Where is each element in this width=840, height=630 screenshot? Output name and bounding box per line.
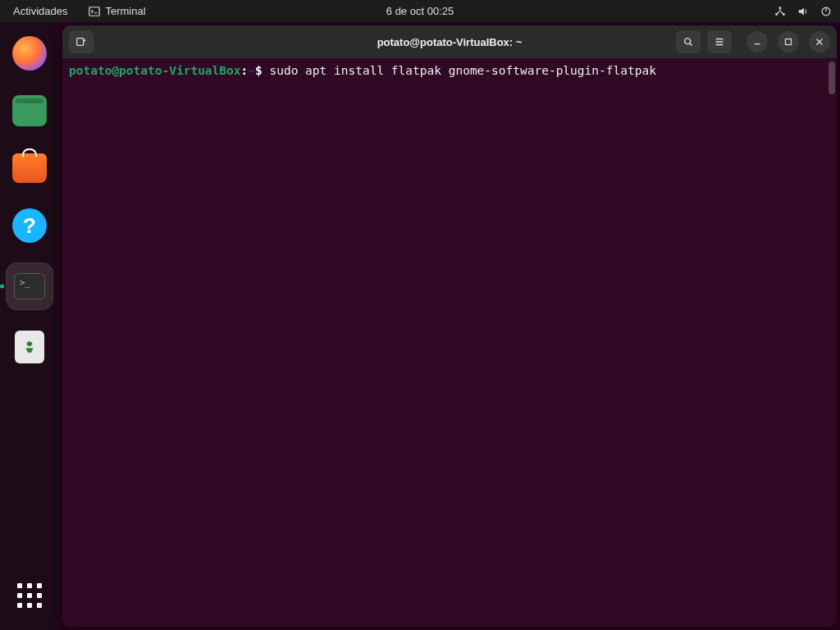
prompt-user: potato@potato-VirtualBox [69, 64, 241, 77]
prompt-sep: : [241, 64, 249, 77]
titlebar[interactable]: potato@potato-VirtualBox: ~ [62, 25, 837, 58]
command-text: sudo apt install flatpak gnome-software-… [269, 64, 655, 77]
terminal-body[interactable]: potato@potato-VirtualBox:~$ sudo apt ins… [62, 58, 837, 627]
new-tab-icon [75, 36, 87, 48]
terminal-window: potato@potato-VirtualBox: ~ potato@pot [62, 25, 837, 627]
launcher-files[interactable] [10, 91, 49, 130]
clock[interactable]: 6 de oct 00:25 [386, 5, 454, 17]
appmenu-button[interactable]: Terminal [89, 5, 145, 17]
volume-icon [797, 6, 809, 17]
power-icon [820, 6, 832, 17]
terminal-app-icon: >_ [14, 273, 45, 299]
firefox-icon [12, 36, 47, 71]
minimize-icon [751, 36, 763, 48]
files-icon [12, 95, 47, 126]
close-button[interactable] [809, 31, 830, 52]
appmenu-label: Terminal [105, 5, 145, 17]
launcher-trash[interactable] [10, 327, 49, 367]
search-icon [682, 36, 694, 48]
dock: ? >_ [0, 22, 59, 630]
software-icon [12, 153, 47, 183]
svg-rect-5 [77, 39, 84, 46]
close-icon [814, 36, 825, 48]
hamburger-menu-button[interactable] [707, 30, 732, 53]
system-tray[interactable] [774, 6, 832, 17]
launcher-help[interactable]: ? [10, 206, 49, 245]
svg-rect-7 [786, 39, 792, 45]
svg-point-6 [685, 39, 691, 44]
prompt-path: ~ [248, 64, 255, 77]
top-panel: Actividades Terminal 6 de oct 00:25 [0, 0, 840, 22]
trash-icon [15, 331, 44, 363]
launcher-terminal[interactable]: >_ [7, 263, 52, 309]
help-icon: ? [12, 208, 47, 243]
maximize-icon [783, 36, 794, 48]
maximize-button[interactable] [778, 31, 799, 52]
svg-rect-0 [89, 7, 99, 16]
activities-button[interactable]: Actividades [8, 3, 72, 19]
launcher-software[interactable] [10, 148, 49, 188]
show-applications-button[interactable] [10, 576, 49, 615]
new-tab-button[interactable] [69, 30, 94, 53]
terminal-icon [89, 6, 100, 17]
launcher-firefox[interactable] [10, 34, 49, 73]
search-button[interactable] [676, 30, 701, 53]
minimize-button[interactable] [746, 31, 768, 52]
prompt-dollar: $ [255, 64, 269, 77]
hamburger-icon [714, 36, 725, 48]
network-icon [774, 6, 786, 17]
terminal-scrollbar[interactable] [829, 62, 835, 94]
window-title: potato@potato-VirtualBox: ~ [377, 36, 523, 48]
